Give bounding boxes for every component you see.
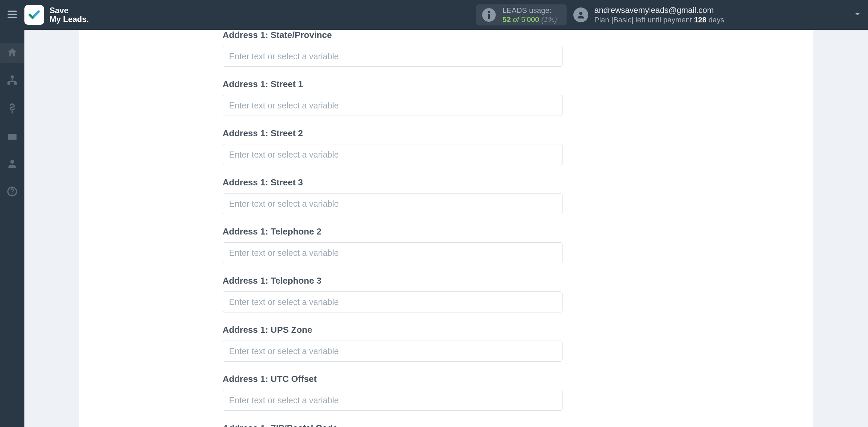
plan-days-word: days (706, 16, 724, 24)
field-input-telephone-3[interactable] (223, 291, 563, 312)
user-icon (6, 158, 18, 171)
field-label: Address 1: ZIP/Postal Code (223, 423, 813, 427)
field-group: Address 1: Street 2 (223, 128, 813, 165)
field-group: Address 1: Telephone 3 (223, 276, 813, 312)
account-expand-button[interactable] (853, 10, 862, 20)
svg-rect-7 (7, 82, 10, 85)
leads-pct: (1%) (541, 15, 557, 24)
field-input-state-province[interactable] (223, 46, 563, 67)
field-group: Address 1: UTC Offset (223, 374, 813, 411)
dollar-icon (6, 102, 18, 115)
topbar: Save My Leads. LEADS usage: 52 of 5'000 … (0, 0, 868, 30)
svg-rect-0 (8, 11, 17, 12)
field-label: Address 1: Street 2 (223, 128, 813, 139)
menu-toggle-button[interactable] (0, 0, 24, 30)
svg-rect-1 (8, 14, 17, 15)
field-input-ups-zone[interactable] (223, 341, 563, 362)
field-group: Address 1: Street 1 (223, 79, 813, 116)
leads-usage-chip[interactable]: LEADS usage: 52 of 5'000 (1%) (476, 4, 567, 25)
field-group: Address 1: Telephone 2 (223, 226, 813, 263)
brand-logo[interactable]: Save My Leads. (24, 5, 89, 25)
svg-point-5 (579, 12, 582, 15)
field-group: Address 1: State/Province (223, 30, 813, 67)
field-input-utc-offset[interactable] (223, 390, 563, 411)
svg-rect-2 (8, 17, 17, 18)
svg-rect-8 (14, 82, 17, 85)
field-input-street-1[interactable] (223, 95, 563, 116)
field-input-telephone-2[interactable] (223, 242, 563, 263)
sidebar-item-help[interactable] (0, 182, 24, 202)
field-label: Address 1: Telephone 3 (223, 276, 813, 286)
field-label: Address 1: UTC Offset (223, 374, 813, 384)
account-text: andrewsavemyleads@gmail.com Plan |Basic|… (594, 5, 724, 25)
account-email: andrewsavemyleads@gmail.com (594, 5, 724, 15)
avatar-icon (573, 7, 588, 22)
home-icon (6, 47, 18, 60)
info-icon (482, 8, 496, 22)
logo-icon (24, 5, 44, 25)
leads-of: of (513, 15, 519, 24)
field-label: Address 1: Street 3 (223, 177, 813, 188)
field-group: Address 1: ZIP/Postal Code (223, 423, 813, 427)
leads-usage-text: LEADS usage: 52 of 5'000 (1%) (502, 6, 557, 24)
brand-name-line2: My Leads. (50, 15, 89, 24)
sitemap-icon (6, 75, 18, 87)
field-label: Address 1: Telephone 2 (223, 226, 813, 237)
plan-mid: | left until payment (631, 16, 694, 24)
svg-rect-4 (488, 14, 490, 19)
field-input-street-3[interactable] (223, 193, 563, 214)
brand-name: Save My Leads. (50, 6, 89, 24)
plan-days-num: 128 (694, 16, 707, 24)
field-label: Address 1: UPS Zone (223, 325, 813, 335)
leads-used: 52 (502, 15, 511, 24)
svg-point-12 (12, 193, 13, 194)
svg-rect-9 (8, 134, 17, 140)
sidebar-item-connections[interactable] (0, 71, 24, 91)
field-label: Address 1: State/Province (223, 30, 813, 40)
briefcase-icon (6, 130, 18, 143)
plan-name: Basic (613, 16, 632, 24)
leads-usage-values: 52 of 5'000 (1%) (502, 15, 557, 24)
sidebar (0, 30, 24, 427)
brand-name-line1: Save (50, 6, 89, 15)
content-card: Address 1: State/Province Address 1: Str… (79, 30, 813, 427)
chevron-down-icon (853, 10, 862, 20)
sidebar-item-home[interactable] (0, 43, 24, 63)
field-label: Address 1: Street 1 (223, 79, 813, 89)
plan-prefix: Plan | (594, 16, 613, 24)
sidebar-item-profile[interactable] (0, 155, 24, 174)
hamburger-icon (6, 8, 18, 22)
field-group: Address 1: Street 3 (223, 177, 813, 214)
leads-usage-label: LEADS usage: (502, 6, 557, 15)
content-wrap: Address 1: State/Province Address 1: Str… (24, 30, 868, 427)
leads-cap: 5'000 (521, 15, 539, 24)
help-icon (6, 186, 18, 199)
form-area: Address 1: State/Province Address 1: Str… (79, 30, 813, 427)
field-group: Address 1: UPS Zone (223, 325, 813, 362)
svg-rect-6 (11, 76, 14, 78)
account-plan-line: Plan |Basic| left until payment 128 days (594, 15, 724, 25)
svg-point-10 (10, 160, 14, 164)
account-block[interactable]: andrewsavemyleads@gmail.com Plan |Basic|… (573, 5, 724, 25)
sidebar-item-billing[interactable] (0, 99, 24, 119)
svg-point-3 (488, 11, 490, 13)
sidebar-item-workspace[interactable] (0, 127, 24, 146)
field-input-street-2[interactable] (223, 144, 563, 165)
